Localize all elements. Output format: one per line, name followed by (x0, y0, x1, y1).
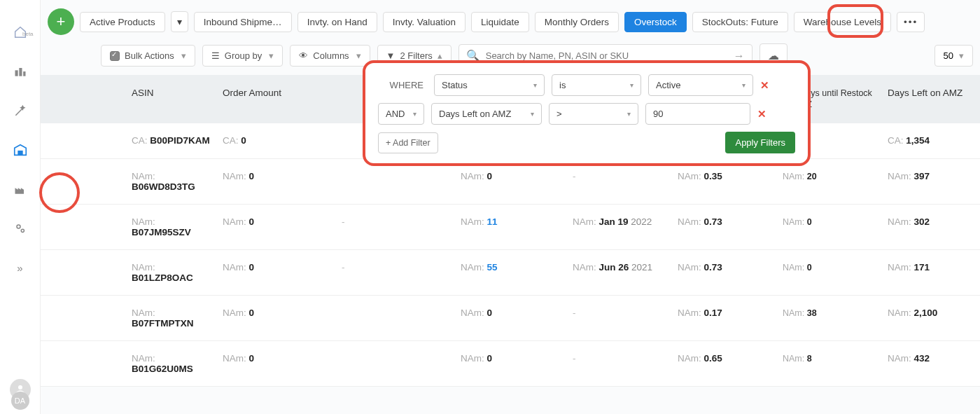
avatar-user[interactable]: DA (11, 392, 29, 410)
tab-monthly[interactable]: Monthly Orders (535, 12, 619, 32)
tab-active-products-caret[interactable]: ▾ (171, 11, 188, 32)
svg-rect-2 (23, 71, 25, 76)
filter-value-2[interactable]: 90 (645, 103, 750, 125)
factory-icon[interactable] (12, 181, 29, 198)
highlight-ring-top (827, 4, 883, 38)
tab-stockouts[interactable]: StockOuts: Future (692, 12, 788, 32)
filter-value-1[interactable]: Active▾ (648, 74, 753, 96)
table-row[interactable]: NAm: B07FTMPTXNNAm: 0NAm: 0-NAm: 0.17NAm… (41, 296, 980, 341)
rows-per-page[interactable]: 50▾ (934, 45, 973, 67)
svg-rect-1 (19, 68, 22, 76)
table-row[interactable]: NAm: B01LZP8OACNAm: 0-NAm: 55NAm: Jun 26… (41, 250, 980, 296)
col-asin[interactable]: ASIN (83, 88, 223, 111)
col-days-left[interactable]: Days Left on AMZ (888, 88, 980, 111)
tab-invty-hand[interactable]: Invty. on Hand (298, 12, 377, 32)
funnel-icon: ▼ (386, 50, 396, 61)
layers-icon: ☰ (211, 50, 220, 61)
highlight-ring-side (39, 172, 80, 213)
tab-liquidate[interactable]: Liquidate (471, 12, 529, 32)
apply-filters-button[interactable]: Apply Filters (725, 132, 795, 153)
where-label: WHERE (378, 80, 427, 90)
filter-panel: WHERE Status▾ is▾ Active▾ ✕ AND▾ Days Le… (363, 60, 811, 166)
add-filter-button[interactable]: + Add Filter (378, 132, 438, 153)
remove-filter-1[interactable]: ✕ (760, 79, 769, 92)
expand-icon[interactable]: » (12, 259, 29, 276)
main-area: + Active Products ▾ Inbound Shipme… Invt… (41, 0, 980, 414)
svg-point-6 (18, 385, 22, 389)
filter-field-2[interactable]: Days Left on AMZ▾ (431, 103, 542, 125)
svg-point-4 (17, 225, 20, 228)
wand-icon[interactable] (12, 102, 29, 119)
eye-off-icon: 👁 (299, 50, 308, 61)
svg-rect-3 (18, 151, 22, 155)
castle-icon[interactable] (12, 63, 29, 80)
table-row[interactable]: NAm: B01G62U0MSNAm: 0NAm: 0-NAm: 0.65NAm… (41, 341, 980, 387)
tab-overstock[interactable]: Overstock (624, 12, 687, 32)
filter-op-2[interactable]: >▾ (549, 103, 638, 125)
columns[interactable]: 👁Columns (290, 45, 370, 67)
remove-filter-2[interactable]: ✕ (757, 108, 766, 120)
warehouse-icon[interactable] (12, 142, 29, 158)
group-by[interactable]: ☰Group by (202, 45, 283, 67)
col-order-amount[interactable]: Order Amount (223, 88, 342, 111)
tab-active-products[interactable]: Active Products (80, 12, 165, 32)
tab-invty-val[interactable]: Invty. Valuation (383, 12, 465, 32)
tab-inbound[interactable]: Inbound Shipme… (194, 12, 292, 32)
filter-conj[interactable]: AND▾ (378, 103, 424, 125)
beta-badge: beta (22, 31, 34, 37)
svg-point-5 (21, 229, 24, 232)
filter-op-1[interactable]: is▾ (552, 74, 641, 96)
search-input[interactable] (486, 50, 728, 61)
side-navigation: beta » DA (0, 0, 41, 414)
svg-rect-0 (15, 70, 18, 76)
add-button[interactable]: + (48, 8, 74, 35)
tab-more[interactable]: ••• (897, 12, 925, 32)
settings-icon[interactable] (12, 220, 29, 237)
bulk-actions[interactable]: Bulk Actions (101, 45, 195, 67)
table-row[interactable]: NAm: B07JM95SZVNAm: 0-NAm: 11NAm: Jan 19… (41, 205, 980, 250)
filter-field-1[interactable]: Status▾ (434, 74, 545, 96)
